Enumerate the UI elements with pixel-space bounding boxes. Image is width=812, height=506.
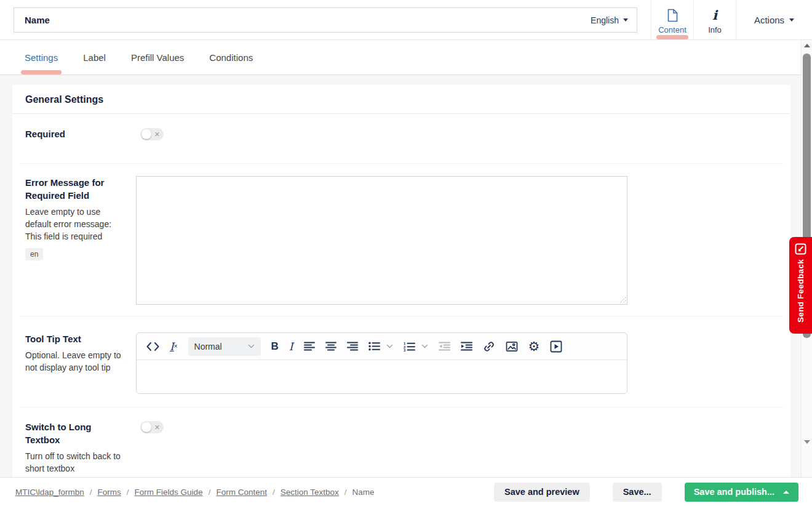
required-toggle[interactable]: ✕ <box>140 128 164 140</box>
tab-settings-label: Settings <box>25 52 58 63</box>
long-textbox-toggle[interactable]: ✕ <box>140 421 164 433</box>
chevron-up-icon <box>783 491 789 494</box>
breadcrumb-form-content[interactable]: Form Content <box>216 488 267 497</box>
breadcrumb-separator: / <box>273 488 275 497</box>
header: Name English Content i Info Actions <box>0 0 812 40</box>
breadcrumb-section-textbox[interactable]: Section Textbox <box>281 488 339 497</box>
breadcrumb-separator: / <box>209 488 211 497</box>
tab-label[interactable]: Label <box>83 40 106 74</box>
tab-content[interactable]: Content <box>651 0 694 39</box>
breadcrumb-form-fields-guide[interactable]: Form Fields Guide <box>135 488 203 497</box>
language-badge: en <box>25 248 43 260</box>
language-label: English <box>591 15 619 25</box>
error-message-label: Error Message for Required Field <box>25 176 129 202</box>
editor-settings-button[interactable]: ⚙ <box>528 340 540 353</box>
toggle-off-icon: ✕ <box>154 131 160 138</box>
toggle-knob <box>141 129 151 139</box>
save-and-publish-button[interactable]: Save and publish... <box>685 483 798 502</box>
italic-button[interactable]: I <box>289 340 293 353</box>
tab-content-label: Content <box>658 25 687 34</box>
paragraph-style-value: Normal <box>194 342 222 351</box>
tab-info-label: Info <box>708 25 722 34</box>
tab-settings[interactable]: Settings <box>25 40 58 74</box>
tooltip-label: Tool Tip Text <box>25 332 129 345</box>
breadcrumb-forms[interactable]: Forms <box>98 488 121 497</box>
settings-tab-bar: Settings Label Prefill Values Conditions <box>0 40 812 75</box>
send-feedback-button[interactable]: Send Feedback <box>789 237 812 334</box>
tab-conditions-label: Conditions <box>209 52 253 63</box>
align-left-button[interactable] <box>304 342 315 351</box>
outdent-button <box>439 342 450 351</box>
required-label: Required <box>25 127 129 140</box>
footer-bar: MTIC\ldap_formbn / Forms / Form Fields G… <box>0 477 812 506</box>
language-dropdown[interactable]: English <box>591 15 628 25</box>
error-message-help: Leave empty to use default error message… <box>25 206 129 243</box>
main-content: General Settings Required ✕ Error Messag… <box>0 75 812 477</box>
asset-title-field[interactable]: Name English <box>14 7 637 33</box>
clear-formatting-button[interactable]: I× <box>170 340 178 353</box>
save-button[interactable]: Save... <box>613 483 662 502</box>
video-button[interactable] <box>550 340 562 353</box>
link-button[interactable] <box>483 340 495 353</box>
tooltip-row: Tool Tip Text Optional. Leave empty to n… <box>19 316 784 408</box>
bullet-list-dropdown[interactable] <box>386 344 393 348</box>
long-textbox-row: Switch to Long Textbox Turn off to switc… <box>19 408 784 477</box>
actions-dropdown[interactable]: Actions <box>736 0 812 39</box>
save-and-publish-label: Save and publish... <box>694 487 774 497</box>
numbered-list-button[interactable]: 123 <box>404 342 415 351</box>
indent-button[interactable] <box>461 342 472 351</box>
required-row: Required ✕ <box>19 114 784 164</box>
tab-label-label: Label <box>83 52 106 63</box>
chevron-down-icon <box>248 344 255 348</box>
save-and-preview-button[interactable]: Save and preview <box>494 483 590 502</box>
info-icon: i <box>712 9 717 22</box>
breadcrumb-separator: / <box>344 488 347 497</box>
align-right-button[interactable] <box>347 342 358 351</box>
rich-text-editor: I× Normal B I <box>136 332 627 394</box>
align-center-button[interactable] <box>325 342 336 351</box>
image-button[interactable] <box>506 341 518 352</box>
active-tab-indicator <box>21 70 62 74</box>
error-message-row: Error Message for Required Field Leave e… <box>19 164 784 316</box>
bold-button[interactable]: B <box>271 340 279 353</box>
tab-conditions[interactable]: Conditions <box>209 40 253 74</box>
feedback-icon <box>795 243 806 255</box>
error-message-textarea[interactable] <box>136 176 627 305</box>
chevron-down-icon <box>623 18 628 22</box>
numbered-list-dropdown[interactable] <box>421 344 428 348</box>
section-heading: General Settings <box>12 85 790 114</box>
paragraph-style-select[interactable]: Normal <box>188 337 261 356</box>
asset-title: Name <box>25 15 50 25</box>
toggle-knob <box>141 422 151 432</box>
scroll-up-arrow-icon[interactable] <box>804 44 810 47</box>
tab-info[interactable]: i Info <box>694 0 736 39</box>
active-tab-indicator <box>656 35 688 39</box>
breadcrumb-current: Name <box>352 488 375 497</box>
scroll-down-arrow-icon[interactable] <box>804 440 810 444</box>
general-settings-card: General Settings Required ✕ Error Messag… <box>12 85 790 477</box>
actions-label: Actions <box>754 15 784 25</box>
code-view-button[interactable] <box>146 342 159 351</box>
bullet-list-button[interactable] <box>368 342 380 351</box>
breadcrumb-separator: / <box>127 488 129 497</box>
breadcrumb: MTIC\ldap_formbn / Forms / Form Fields G… <box>15 488 375 497</box>
long-textbox-help: Turn off to switch back to short textbox <box>25 450 129 475</box>
tooltip-editor-content[interactable] <box>137 360 627 393</box>
chevron-down-icon <box>789 18 794 22</box>
document-icon <box>667 7 678 23</box>
toggle-off-icon: ✕ <box>154 424 160 431</box>
send-feedback-label: Send Feedback <box>796 259 805 323</box>
svg-text:3: 3 <box>404 348 406 351</box>
tab-prefill-values[interactable]: Prefill Values <box>131 40 184 74</box>
breadcrumb-site[interactable]: MTIC\ldap_formbn <box>15 488 84 497</box>
tab-prefill-values-label: Prefill Values <box>131 52 184 63</box>
long-textbox-label: Switch to Long Textbox <box>25 420 129 446</box>
editor-toolbar: I× Normal B I <box>137 333 627 360</box>
breadcrumb-separator: / <box>90 488 92 497</box>
tooltip-help: Optional. Leave empty to not display any… <box>25 349 129 374</box>
